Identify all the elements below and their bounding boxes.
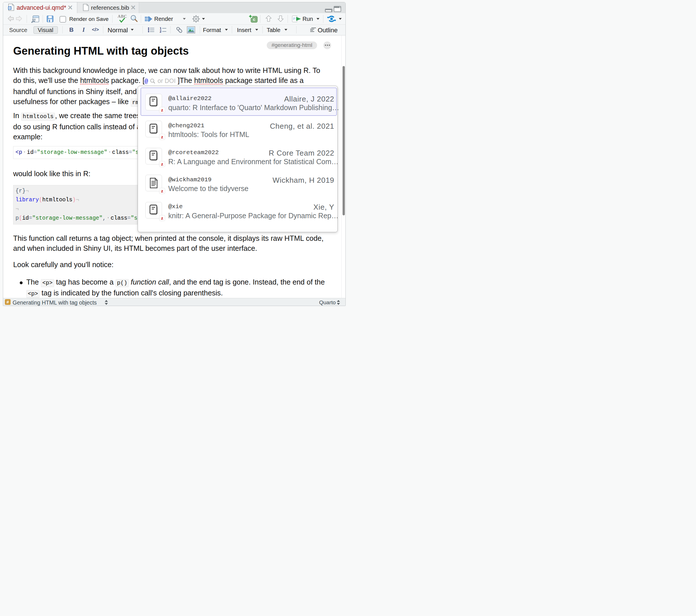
svg-text:2: 2 <box>160 30 161 33</box>
